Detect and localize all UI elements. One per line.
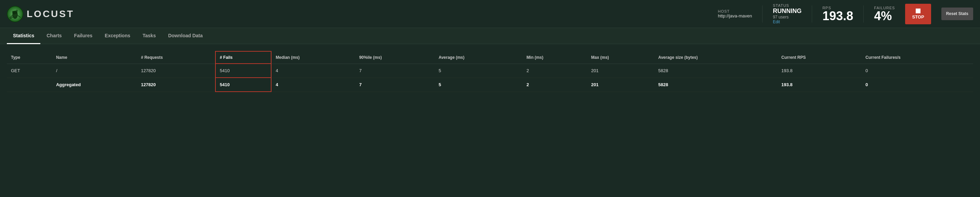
cell-current-failures: 0 <box>861 64 973 78</box>
cell-name: / <box>52 64 137 78</box>
cell-agg-type <box>7 78 52 92</box>
col-header-fails: # Fails <box>215 51 271 64</box>
statistics-table: Type Name # Requests # Fails Median (ms)… <box>7 51 973 92</box>
tab-statistics[interactable]: Statistics <box>7 28 40 44</box>
divider-1 <box>762 5 762 22</box>
locust-logo-icon <box>7 6 23 22</box>
users-value: 97 users <box>773 15 802 19</box>
host-block: HOST http://java-maven <box>718 9 752 19</box>
cell-requests: 127820 <box>137 64 215 78</box>
stop-button[interactable]: STOP <box>905 4 931 24</box>
statistics-table-area: Type Name # Requests # Fails Median (ms)… <box>0 44 980 99</box>
table-header-row: Type Name # Requests # Fails Median (ms)… <box>7 51 973 64</box>
col-header-requests: # Requests <box>137 51 215 64</box>
cell-agg-current-failures: 0 <box>861 78 973 92</box>
status-label: STATUS <box>773 3 802 8</box>
tab-failures[interactable]: Failures <box>68 28 99 44</box>
cell-fails: 5410 <box>215 64 271 78</box>
cell-agg-max: 201 <box>587 78 654 92</box>
col-header-type: Type <box>7 51 52 64</box>
failures-block: FAILURES 4% <box>874 6 895 22</box>
tab-exceptions[interactable]: Exceptions <box>99 28 137 44</box>
tab-charts[interactable]: Charts <box>40 28 68 44</box>
logo-text: LOCUST <box>27 8 74 19</box>
cell-avg-size: 5828 <box>654 64 777 78</box>
col-header-min: Min (ms) <box>522 51 587 64</box>
cell-agg-requests: 127820 <box>137 78 215 92</box>
col-header-percentile90: 90%ile (ms) <box>355 51 434 64</box>
cell-agg-current-rps: 193.8 <box>777 78 861 92</box>
status-value: RUNNING <box>773 8 802 15</box>
table-row-aggregated: Aggregated 127820 5410 4 7 5 2 201 5828 … <box>7 78 973 92</box>
header: LOCUST HOST http://java-maven STATUS RUN… <box>0 0 980 28</box>
divider-2 <box>812 5 812 22</box>
rps-value: 193.8 <box>822 10 853 22</box>
col-header-current-rps: Current RPS <box>777 51 861 64</box>
tab-download-data[interactable]: Download Data <box>162 28 209 44</box>
cell-max: 201 <box>587 64 654 78</box>
cell-type: GET <box>7 64 52 78</box>
logo-area: LOCUST <box>7 6 74 22</box>
cell-median: 4 <box>271 64 355 78</box>
rps-block: RPS 193.8 <box>822 6 853 22</box>
cell-agg-avg-size: 5828 <box>654 78 777 92</box>
cell-current-rps: 193.8 <box>777 64 861 78</box>
cell-agg-average: 5 <box>434 78 522 92</box>
cell-min: 2 <box>522 64 587 78</box>
nav-tabs: Statistics Charts Failures Exceptions Ta… <box>0 28 980 44</box>
reset-label: Reset Stats <box>946 11 968 16</box>
col-header-average: Average (ms) <box>434 51 522 64</box>
host-value: http://java-maven <box>718 13 752 19</box>
stop-label: STOP <box>912 14 924 19</box>
cell-agg-min: 2 <box>522 78 587 92</box>
header-info: HOST http://java-maven STATUS RUNNING 97… <box>718 3 973 24</box>
status-block: STATUS RUNNING 97 users Edit <box>773 3 802 24</box>
cell-agg-median: 4 <box>271 78 355 92</box>
cell-average: 5 <box>434 64 522 78</box>
cell-percentile90: 7 <box>355 64 434 78</box>
col-header-max: Max (ms) <box>587 51 654 64</box>
col-header-median: Median (ms) <box>271 51 355 64</box>
stop-icon <box>916 8 921 13</box>
table-row: GET / 127820 5410 4 7 5 2 201 5828 193.8… <box>7 64 973 78</box>
edit-link[interactable]: Edit <box>773 19 802 24</box>
col-header-name: Name <box>52 51 137 64</box>
host-label: HOST <box>718 9 752 13</box>
reset-stats-button[interactable]: Reset Stats <box>941 8 973 20</box>
cell-agg-fails: 5410 <box>215 78 271 92</box>
tab-tasks[interactable]: Tasks <box>137 28 162 44</box>
failures-value: 4% <box>874 10 895 22</box>
cell-agg-percentile90: 7 <box>355 78 434 92</box>
cell-agg-name: Aggregated <box>52 78 137 92</box>
col-header-current-failures: Current Failures/s <box>861 51 973 64</box>
col-header-avg-size: Average size (bytes) <box>654 51 777 64</box>
